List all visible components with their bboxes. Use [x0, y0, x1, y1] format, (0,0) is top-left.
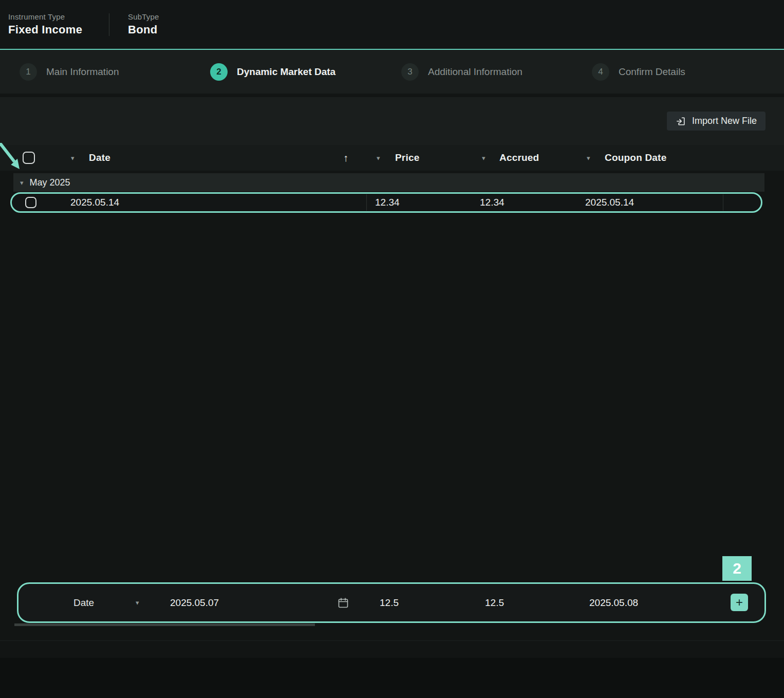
row-checkbox[interactable]: [25, 197, 36, 208]
step-1-number: 1: [20, 63, 37, 81]
entry-date-input[interactable]: 2025.05.07: [170, 584, 219, 621]
header: Instrument Type Fixed Income SubType Bon…: [0, 0, 784, 49]
row-cell-price: 12.34: [375, 194, 400, 211]
header-divider: [109, 13, 109, 36]
import-button-label: Import New File: [692, 116, 757, 126]
instrument-type-block: Instrument Type Fixed Income: [8, 12, 109, 36]
sort-ascending-icon[interactable]: ↑: [343, 145, 348, 171]
app-root: Instrument Type Fixed Income SubType Bon…: [0, 0, 784, 698]
step-4-label: Confirm Details: [619, 66, 685, 78]
group-label: May 2025: [30, 177, 70, 188]
subtype-value: Bond: [128, 23, 159, 36]
step-3-number: 3: [401, 63, 419, 81]
instrument-type-label: Instrument Type: [8, 12, 109, 21]
panel-edge: [0, 640, 784, 641]
group-collapse-icon[interactable]: ▾: [20, 179, 24, 187]
table-header: ▾ Date ↑ ▾ Price ▾ Accrued ▾ Coupon Date: [0, 145, 784, 171]
step-dynamic-market-data[interactable]: 2 Dynamic Market Data: [210, 50, 335, 94]
step-main-information[interactable]: 1 Main Information: [20, 50, 119, 94]
annotation-step-badge: 2: [722, 556, 752, 581]
toolbar: Import New File: [0, 97, 784, 145]
instrument-type-value: Fixed Income: [8, 23, 109, 36]
subtype-block: SubType Bond: [128, 12, 159, 36]
column-header-accrued[interactable]: Accrued: [499, 145, 539, 171]
price-column-menu-icon[interactable]: ▾: [377, 145, 380, 171]
entry-price-input[interactable]: 12.5: [380, 584, 399, 621]
footer-bar: Close Next: [0, 658, 784, 698]
column-header-coupon-date[interactable]: Coupon Date: [605, 145, 666, 171]
import-new-file-button[interactable]: Import New File: [667, 112, 766, 131]
step-2-number: 2: [210, 63, 228, 81]
date-column-menu-icon[interactable]: ▾: [71, 145, 74, 171]
annotation-arrow: [0, 143, 29, 176]
row-cell-coupon-date: 2025.05.14: [585, 194, 634, 211]
row-divider: [723, 194, 723, 211]
plus-icon: +: [736, 596, 743, 609]
entry-field-type-select[interactable]: Date: [73, 584, 94, 621]
row-divider: [366, 194, 367, 211]
column-header-price[interactable]: Price: [395, 145, 419, 171]
accrued-column-menu-icon[interactable]: ▾: [482, 145, 486, 171]
subtype-label: SubType: [128, 12, 159, 21]
row-cell-accrued: 12.34: [480, 194, 505, 211]
row-cell-date: 2025.05.14: [70, 194, 119, 211]
entry-accrued-input[interactable]: 12.5: [485, 584, 504, 621]
new-entry-row: Date ▾ 2025.05.07 12.5 12.5 2025.05.08 +: [17, 582, 766, 623]
add-row-button[interactable]: +: [731, 594, 748, 611]
table-row[interactable]: 2025.05.14 12.34 12.34 2025.05.14: [10, 192, 762, 213]
step-confirm-details[interactable]: 4 Confirm Details: [592, 50, 685, 94]
column-header-date[interactable]: Date: [89, 145, 110, 171]
stepper: 1 Main Information 2 Dynamic Market Data…: [0, 50, 784, 94]
step-2-label: Dynamic Market Data: [237, 66, 335, 78]
step-1-label: Main Information: [46, 66, 119, 78]
entry-coupon-date-input[interactable]: 2025.05.08: [589, 584, 638, 621]
import-icon: [676, 116, 686, 126]
step-4-number: 4: [592, 63, 609, 81]
step-3-label: Additional Information: [428, 66, 522, 78]
entry-field-underline: [14, 623, 315, 626]
step-additional-information[interactable]: 3 Additional Information: [401, 50, 522, 94]
calendar-icon[interactable]: [337, 597, 349, 611]
coupon-date-column-menu-icon[interactable]: ▾: [587, 145, 590, 171]
entry-field-type-caret-icon[interactable]: ▾: [136, 584, 139, 621]
group-row-may-2025[interactable]: ▾ May 2025: [13, 173, 764, 192]
